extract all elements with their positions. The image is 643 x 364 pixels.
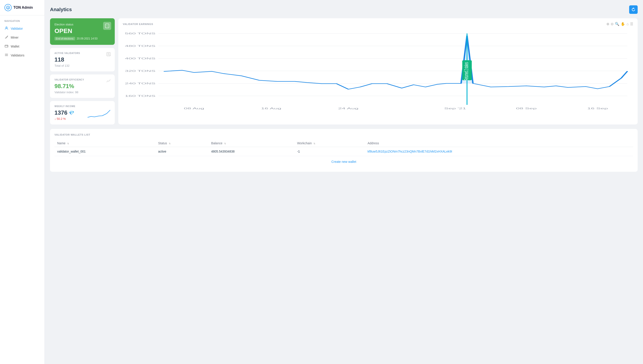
pan-icon[interactable]: ✋ — [621, 22, 625, 26]
active-validators-count: 118 — [55, 56, 110, 63]
svg-point-2 — [6, 27, 7, 28]
chart-card: VALIDATOR EARNINGS ⊕ ⊖ 🔍 ✋ ⌂ ☰ — [118, 18, 638, 124]
svg-text:24 Aug: 24 Aug — [338, 107, 359, 110]
cell-wallet-workchain: -1 — [294, 147, 365, 156]
svg-text:400 TONS: 400 TONS — [125, 57, 155, 60]
gem-icon: 💎 — [69, 110, 74, 116]
wallets-table: Name ⇅ Status ⇅ Balance ⇅ Workchain ⇅ — [55, 140, 633, 156]
col-name[interactable]: Name ⇅ — [55, 140, 155, 147]
sidebar: :x TON Admin NAVIGATION Validator Miner — [0, 0, 45, 364]
left-cards: Election status OPEN End of elections: 2… — [50, 18, 115, 124]
sidebar-label-miner: Miner — [11, 36, 19, 39]
create-wallet-row: Create new wallet — [55, 156, 633, 167]
app-name: TON Admin — [14, 6, 33, 10]
sidebar-label-wallet: Wallet — [11, 44, 19, 48]
wallets-table-card: VALIDATOR WALLETS LIST Name ⇅ Status ⇅ B… — [50, 129, 638, 172]
svg-text:16 Aug: 16 Aug — [261, 107, 281, 110]
income-amount: 1376 — [55, 109, 67, 116]
election-status-label: Election status — [55, 23, 110, 26]
svg-text:480 TONS: 480 TONS — [125, 44, 155, 47]
efficiency-value: 98.71% — [55, 83, 110, 90]
create-wallet-button[interactable]: Create new wallet — [331, 160, 356, 164]
svg-text::x: :x — [7, 6, 9, 9]
svg-line-3 — [5, 36, 8, 38]
search-icon[interactable]: 🔍 — [615, 22, 619, 26]
sort-status-icon: ⇅ — [169, 142, 171, 145]
efficiency-sub: Validator index: 98 — [55, 90, 110, 94]
chart-title: VALIDATOR EARNINGS — [123, 23, 633, 26]
wallet-icon — [5, 44, 9, 48]
active-validators-card: ACTIVE VALIDATORS 118 Total of 132 — [50, 48, 115, 71]
chart-toolbar: ⊕ ⊖ 🔍 ✋ ⌂ ☰ — [606, 22, 633, 26]
nav-section-label: NAVIGATION — [0, 16, 45, 24]
election-end-value: 20.09.2021 14:53 — [77, 37, 97, 40]
miner-icon — [5, 35, 9, 40]
table-title: VALIDATOR WALLETS LIST — [55, 134, 633, 136]
sidebar-item-validator[interactable]: Validator — [0, 24, 45, 33]
zoom-out-icon[interactable]: ⊖ — [611, 22, 613, 26]
active-validators-sub: Total of 132 — [55, 64, 110, 67]
weekly-income-card: Weekly income 1376 💎 ↓ 50.2 % — [50, 101, 115, 124]
svg-text:240 TONS: 240 TONS — [125, 82, 155, 85]
svg-text:320 TONS: 320 TONS — [125, 70, 155, 72]
election-status-value: OPEN — [55, 28, 110, 34]
col-address: Address — [365, 140, 633, 147]
sidebar-label-validators: Validators — [11, 54, 24, 57]
zoom-in-icon[interactable]: ⊕ — [606, 22, 609, 26]
svg-text:08 Aug: 08 Aug — [184, 107, 204, 110]
active-validators-label: ACTIVE VALIDATORS — [55, 52, 110, 54]
col-status[interactable]: Status ⇅ — [155, 140, 208, 147]
svg-text:Returned 2 stakes: Returned 2 stakes — [463, 62, 469, 80]
sidebar-label-validator: Validator — [11, 27, 23, 30]
validators-corner-icon — [106, 52, 111, 58]
sort-balance-icon: ⇅ — [224, 142, 226, 145]
top-row: Election status OPEN End of elections: 2… — [50, 18, 638, 124]
income-label: Weekly income — [55, 105, 110, 108]
svg-text:16 Sep: 16 Sep — [587, 107, 608, 110]
svg-text:560 TONS: 560 TONS — [125, 32, 155, 35]
validators-icon — [5, 53, 9, 58]
home-icon[interactable]: ⌂ — [626, 22, 629, 26]
svg-text:08 Sep: 08 Sep — [516, 107, 537, 110]
svg-text:Sep '21: Sep '21 — [444, 107, 466, 110]
menu-icon[interactable]: ☰ — [630, 22, 633, 26]
logo-icon: :x — [5, 4, 12, 11]
cell-wallet-address[interactable]: kf8uw5J61EpzZiONm7hcz23nQMn7BxlE7d1hiM2x… — [365, 147, 633, 156]
refresh-button[interactable] — [629, 5, 638, 14]
sidebar-item-validators[interactable]: Validators — [0, 51, 45, 60]
validator-efficiency-card: VALIDATOR EFFICIENCY 98.71% Validator in… — [50, 74, 115, 98]
cell-wallet-name: validator_wallet_001 — [55, 147, 155, 156]
page-header: Analytics — [50, 5, 638, 14]
cell-wallet-balance: 4805.543934838 — [208, 147, 294, 156]
efficiency-label: VALIDATOR EFFICIENCY — [55, 78, 110, 81]
election-end: End of elections: 20.09.2021 14:53 — [55, 37, 110, 40]
sidebar-item-miner[interactable]: Miner — [0, 33, 45, 42]
col-workchain[interactable]: Workchain ⇅ — [294, 140, 365, 147]
col-balance[interactable]: Balance ⇅ — [208, 140, 294, 147]
table-row: validator_wallet_001 active 4805.5439348… — [55, 147, 633, 156]
cell-wallet-status: active — [155, 147, 208, 156]
sidebar-item-wallet[interactable]: Wallet — [0, 42, 45, 51]
sort-workchain-icon: ⇅ — [313, 142, 315, 145]
mini-chart — [87, 108, 111, 120]
validator-icon — [5, 26, 9, 31]
sort-name-icon: ⇅ — [67, 142, 69, 145]
efficiency-corner-icon — [106, 78, 111, 85]
logo: :x TON Admin — [0, 0, 45, 16]
svg-rect-6 — [7, 46, 8, 46]
election-end-label: End of elections: — [55, 37, 75, 40]
chart-area: 560 TONS 480 TONS 400 TONS 320 TONS 240 … — [123, 29, 633, 114]
main-content: Analytics Election status OP — [45, 0, 643, 364]
page-title: Analytics — [50, 7, 72, 12]
election-card: Election status OPEN End of elections: 2… — [50, 18, 115, 45]
svg-text:160 TONS: 160 TONS — [125, 94, 155, 97]
